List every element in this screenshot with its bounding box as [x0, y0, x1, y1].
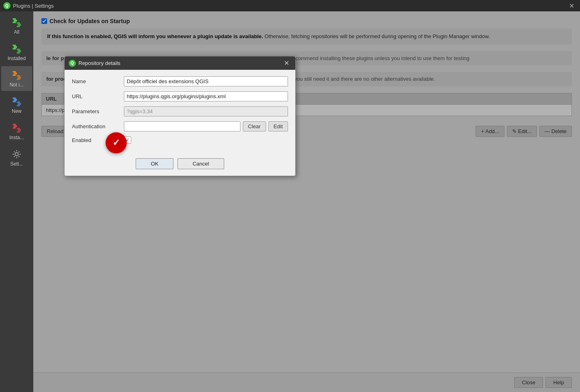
puzzle-installed-icon: [11, 43, 22, 54]
sidebar-invalid-label: Insta...: [9, 135, 24, 140]
url-input[interactable]: [124, 91, 288, 101]
enabled-row: Enabled ✓: [72, 136, 288, 144]
sidebar-item-all[interactable]: All: [1, 13, 32, 38]
sidebar-settings-label: Sett...: [10, 161, 23, 167]
sidebar-not-installed-label: Not i...: [10, 82, 24, 88]
dialog-title-left: Q Repository details: [69, 60, 120, 67]
sidebar-item-settings[interactable]: Sett...: [1, 145, 32, 170]
cancel-button[interactable]: Cancel: [177, 158, 224, 169]
window-title: Plugins | Settings: [13, 3, 54, 9]
name-row: Name: [72, 76, 288, 86]
ok-button[interactable]: OK: [136, 158, 173, 169]
authentication-row: Authentication Clear Edit: [72, 121, 288, 131]
svg-point-0: [15, 153, 18, 156]
sidebar-item-new[interactable]: New: [1, 93, 32, 117]
puzzle-not-installed-icon: [11, 69, 22, 81]
name-label: Name: [72, 78, 121, 84]
dialog-body: Name URL Parameters Authentication: [65, 70, 295, 154]
url-label: URL: [72, 93, 121, 99]
qgis-logo-icon: Q: [3, 2, 11, 9]
parameters-row: Parameters: [72, 106, 288, 116]
dialog-close-button[interactable]: ✕: [282, 59, 291, 67]
annotation-circle: ✓: [106, 132, 127, 153]
authentication-label: Authentication: [72, 123, 121, 129]
parameters-label: Parameters: [72, 108, 121, 114]
puzzle-new-icon: [11, 96, 22, 107]
parameters-input: [124, 106, 288, 116]
name-input[interactable]: [124, 76, 288, 86]
puzzle-invalid-icon: [11, 122, 22, 134]
dialog-qgis-icon: Q: [69, 60, 76, 67]
sidebar: All Installed Not i... New: [0, 11, 33, 392]
sidebar-installed-label: Installed: [8, 56, 26, 61]
authentication-input[interactable]: [124, 121, 240, 131]
title-bar: Q Plugins | Settings ✕: [0, 0, 580, 11]
window-close-button[interactable]: ✕: [567, 1, 577, 11]
sidebar-item-installed[interactable]: Installed: [1, 40, 32, 65]
sidebar-item-invalid[interactable]: Insta...: [1, 119, 32, 144]
repository-details-dialog: Q Repository details ✕ Name URL Par: [64, 56, 296, 176]
dialog-titlebar: Q Repository details ✕: [65, 56, 295, 70]
sidebar-item-not-installed[interactable]: Not i...: [1, 66, 32, 91]
dialog-footer: OK Cancel: [65, 154, 295, 176]
edit-auth-button[interactable]: Edit: [268, 121, 288, 131]
title-bar-left: Q Plugins | Settings: [3, 2, 54, 9]
gear-settings-icon: [11, 149, 22, 160]
sidebar-all-label: All: [14, 29, 19, 35]
dialog-title-text: Repository details: [78, 60, 120, 66]
main-layout: All Installed Not i... New: [0, 11, 580, 392]
content-area: Check for Updates on Startup If this fun…: [33, 11, 580, 392]
sidebar-new-label: New: [12, 108, 22, 114]
auth-controls: Clear Edit: [124, 121, 288, 131]
puzzle-all-icon: [11, 17, 22, 28]
clear-button[interactable]: Clear: [243, 121, 266, 131]
url-row: URL: [72, 91, 288, 101]
annotation-checkmark: ✓: [113, 138, 120, 148]
